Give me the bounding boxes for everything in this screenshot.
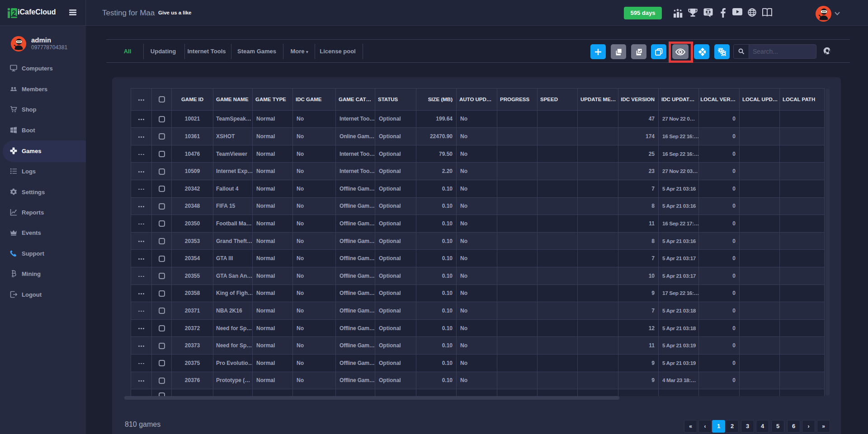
svg-text:2: 2 <box>12 9 16 17</box>
